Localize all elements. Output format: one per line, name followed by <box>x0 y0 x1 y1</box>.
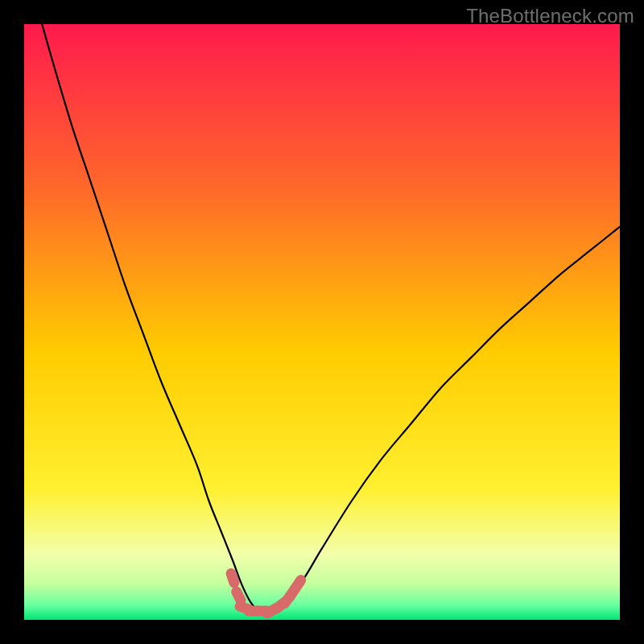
plot-area <box>24 24 620 620</box>
marker-dot <box>295 580 301 588</box>
outer-frame: TheBottleneck.com <box>0 0 644 644</box>
watermark-text: TheBottleneck.com <box>466 5 634 27</box>
gradient-background <box>24 24 620 620</box>
marker-dot <box>237 592 241 601</box>
chart-svg <box>24 24 620 620</box>
marker-dot <box>231 574 234 583</box>
